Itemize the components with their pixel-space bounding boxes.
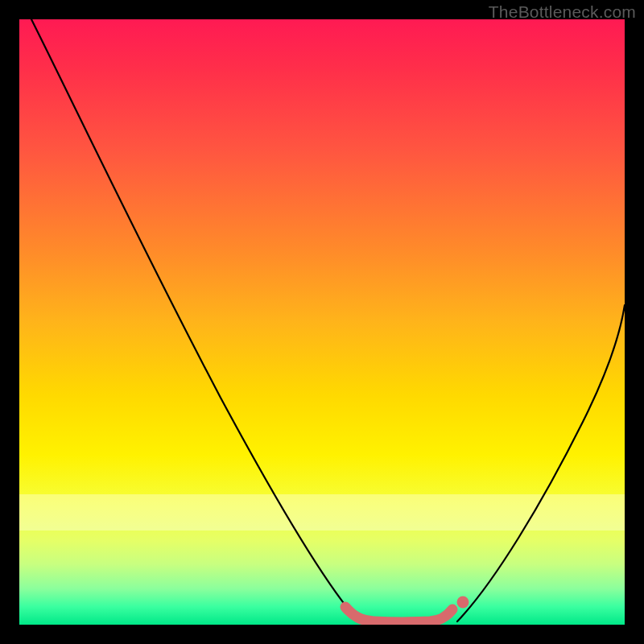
plot-area: [19, 19, 625, 625]
right-curve: [457, 305, 625, 621]
watermark-text: TheBottleneck.com: [489, 2, 636, 22]
optimal-zone-marker: [345, 607, 452, 622]
chart-frame: TheBottleneck.com: [0, 0, 644, 644]
left-curve: [31, 19, 356, 618]
optimal-zone-end-dot-icon: [457, 597, 469, 609]
curve-layer: [19, 19, 625, 625]
